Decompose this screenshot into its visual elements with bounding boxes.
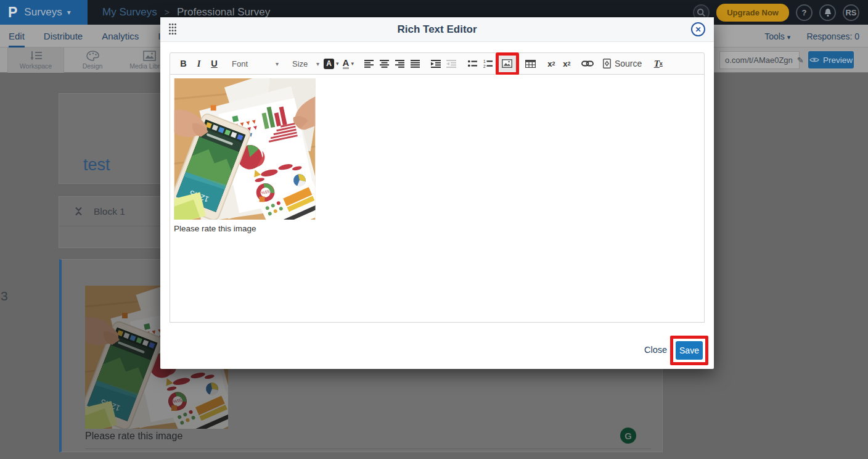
insert-table-button[interactable]	[523, 56, 538, 72]
superscript-button[interactable]: x2	[559, 56, 575, 72]
eye-icon	[809, 57, 819, 63]
app-root: 55%	[0, 0, 868, 459]
tools-menu[interactable]: Tools▾	[764, 31, 790, 41]
link-icon	[581, 60, 594, 67]
breadcrumb-current: Professional Survey	[177, 6, 270, 19]
collapse-icon	[75, 207, 83, 216]
chevron-down-icon: ▾	[787, 33, 791, 41]
align-left-button[interactable]	[361, 56, 377, 72]
rte-toolbar: B I U Font ▾ Size ▾ A ▾ A ▾	[170, 52, 705, 75]
numbered-list-button[interactable]: 12	[480, 56, 496, 72]
breadcrumb-separator: >	[165, 7, 170, 17]
bulleted-list-button[interactable]	[465, 56, 480, 72]
block-label: Block 1	[94, 206, 125, 217]
remove-format-button[interactable]: Tx	[650, 56, 666, 72]
question-caption: Please rate this image	[85, 431, 182, 442]
tab-edit[interactable]: Edit	[9, 25, 25, 48]
responses-count: Responses: 0	[806, 31, 859, 41]
background-color-button[interactable]: A ▾	[322, 56, 341, 72]
insert-image-button[interactable]	[499, 56, 516, 72]
preview-button[interactable]: Preview	[808, 51, 854, 68]
size-select[interactable]: Size ▾	[290, 56, 322, 72]
justify-button[interactable]	[407, 56, 423, 72]
avatar[interactable]: RS	[843, 4, 859, 21]
indent-decrease-button-disabled	[444, 56, 459, 72]
bell-icon[interactable]	[819, 4, 836, 21]
sidebar-item-design[interactable]: Design	[64, 48, 121, 73]
editor-text: Please rate this image	[174, 224, 700, 233]
svg-text:1: 1	[483, 60, 486, 64]
svg-text:2: 2	[483, 64, 486, 68]
workspace-icon	[29, 51, 43, 61]
tab-analytics[interactable]: Analytics	[102, 25, 139, 48]
align-right-button[interactable]	[392, 56, 407, 72]
share-url-field[interactable]: o.com/t/AMae0Zgn ✎	[719, 51, 800, 69]
rte-editing-area[interactable]: Please rate this image	[170, 75, 705, 323]
question-divider	[85, 449, 651, 449]
chevron-down-icon: ▾	[316, 60, 319, 67]
bold-button[interactable]: B	[176, 56, 191, 72]
save-button[interactable]: Save	[676, 341, 703, 360]
image-icon	[502, 59, 512, 68]
product-label: Surveys	[24, 6, 62, 19]
tab-distribute[interactable]: Distribute	[44, 25, 83, 48]
survey-title-text: test	[83, 155, 110, 175]
question-number: 3	[1, 289, 8, 304]
text-color-button[interactable]: A ▾	[341, 56, 356, 72]
grammarly-icon[interactable]: G	[620, 428, 636, 444]
chevron-down-icon: ▾	[351, 60, 354, 67]
product-switcher[interactable]: P Surveys ▾	[0, 0, 88, 25]
header-actions: Upgrade Now ? RS	[693, 0, 859, 25]
chevron-down-icon: ▾	[336, 60, 339, 67]
insert-link-button[interactable]	[580, 56, 596, 72]
upgrade-button[interactable]: Upgrade Now	[716, 4, 789, 22]
align-center-button[interactable]	[377, 56, 392, 72]
breadcrumb-parent-link[interactable]: My Surveys	[102, 6, 157, 19]
save-highlight: Save	[670, 336, 708, 365]
chevron-down-icon: ▾	[276, 60, 279, 67]
italic-button[interactable]: I	[191, 56, 207, 72]
edit-url-icon[interactable]: ✎	[797, 56, 804, 65]
underline-button[interactable]: U	[207, 56, 222, 72]
font-select[interactable]: Font ▾	[229, 56, 281, 72]
help-icon[interactable]: ?	[796, 4, 813, 21]
palette-icon	[86, 51, 99, 61]
indent-increase-button[interactable]	[428, 56, 444, 72]
dialog-header: Rich Text Editor ✕	[160, 17, 714, 42]
sidebar-item-workspace[interactable]: Workspace	[7, 48, 64, 73]
chevron-down-icon: ▾	[67, 8, 71, 17]
insert-image-highlight	[496, 52, 519, 75]
share-url-text: o.com/t/AMae0Zgn	[725, 56, 793, 65]
close-icon[interactable]: ✕	[691, 22, 705, 36]
subscript-button[interactable]: x2	[544, 56, 559, 72]
rich-text-editor-dialog: Rich Text Editor ✕ B I U Font ▾ Size ▾ A…	[160, 17, 714, 369]
close-link[interactable]: Close	[644, 345, 667, 355]
source-icon	[603, 59, 611, 68]
inserted-image[interactable]	[174, 78, 316, 220]
proprofs-logo: P	[8, 4, 17, 21]
media-library-icon	[143, 51, 156, 61]
dialog-title: Rich Text Editor	[160, 17, 714, 42]
source-button[interactable]: Source	[603, 59, 642, 68]
